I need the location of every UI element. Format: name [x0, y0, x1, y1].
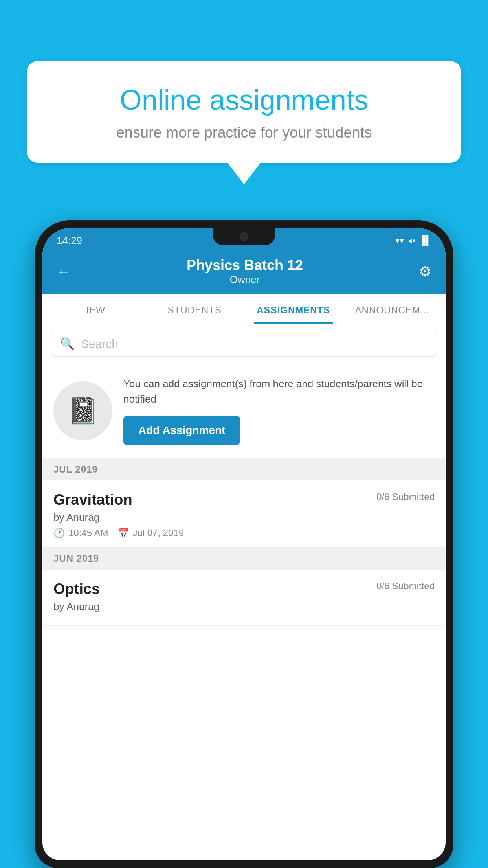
tab-iew[interactable]: IEW	[46, 294, 145, 324]
assignment-gravitation-meta: 🕐 10:45 AM 📅 Jul 07, 2019	[53, 528, 435, 539]
promo-description: You can add assignment(s) from here and …	[123, 376, 435, 407]
signal-icon: ◂▪	[408, 235, 415, 246]
add-assignment-button[interactable]: Add Assignment	[123, 416, 240, 445]
promo-card: 📓 You can add assignment(s) from here an…	[42, 364, 446, 458]
assignment-gravitation[interactable]: Gravitation 0/6 Submitted by Anurag 🕐 10…	[42, 480, 446, 548]
assignment-optics-title: Optics	[53, 581, 100, 598]
wifi-icon: ▾▾	[395, 235, 404, 246]
assignment-gravitation-header: Gravitation 0/6 Submitted	[53, 491, 435, 508]
phone-frame: 14:29 ▾▾ ◂▪ ▐▌ ← Physics Batch 12 Owner …	[35, 220, 453, 868]
app-header: ← Physics Batch 12 Owner ⚙	[42, 250, 446, 294]
status-icons: ▾▾ ◂▪ ▐▌	[395, 235, 431, 246]
tabs-bar: IEW STUDENTS ASSIGNMENTS ANNOUNCEM...	[42, 294, 446, 324]
gear-icon[interactable]: ⚙	[419, 263, 431, 280]
tab-assignments[interactable]: ASSIGNMENTS	[244, 294, 343, 324]
tab-students[interactable]: STUDENTS	[145, 294, 244, 324]
search-icon: 🔍	[60, 337, 75, 351]
search-container: 🔍 Search	[42, 324, 446, 364]
assignment-gravitation-submitted: 0/6 Submitted	[376, 491, 435, 502]
speech-bubble: Online assignments ensure more practice …	[27, 61, 461, 163]
assignment-optics-header: Optics 0/6 Submitted	[53, 581, 435, 598]
assignment-optics-submitted: 0/6 Submitted	[376, 581, 435, 592]
header-title: Physics Batch 12	[187, 257, 303, 274]
calendar-icon: 📅	[117, 528, 129, 539]
assignment-icon-circle: 📓	[53, 381, 112, 440]
notebook-icon: 📓	[67, 396, 99, 426]
header-title-block: Physics Batch 12 Owner	[187, 257, 303, 286]
speech-bubble-wrapper: Online assignments ensure more practice …	[27, 61, 461, 184]
assignment-gravitation-date: 📅 Jul 07, 2019	[117, 528, 184, 539]
assignment-gravitation-title: Gravitation	[53, 491, 132, 508]
speech-bubble-subtitle: ensure more practice for your students	[54, 124, 434, 141]
clock-icon: 🕐	[53, 528, 65, 539]
assignment-optics-author: by Anurag	[53, 601, 435, 613]
phone-notch	[213, 228, 275, 245]
section-jun-2019: JUN 2019	[42, 548, 446, 570]
phone-screen: 14:29 ▾▾ ◂▪ ▐▌ ← Physics Batch 12 Owner …	[42, 228, 446, 860]
battery-icon: ▐▌	[419, 235, 431, 246]
back-arrow-icon[interactable]: ←	[57, 263, 71, 280]
camera-dot	[240, 232, 248, 241]
header-subtitle: Owner	[187, 274, 303, 286]
section-jul-2019: JUL 2019	[42, 458, 446, 480]
tab-announcements[interactable]: ANNOUNCEM...	[343, 294, 442, 324]
status-time: 14:29	[57, 235, 82, 247]
search-input[interactable]: Search	[81, 337, 118, 351]
speech-bubble-arrow	[227, 163, 261, 184]
promo-text-block: You can add assignment(s) from here and …	[123, 376, 435, 445]
assignment-optics[interactable]: Optics 0/6 Submitted by Anurag	[42, 570, 446, 626]
search-bar[interactable]: 🔍 Search	[51, 331, 437, 357]
speech-bubble-title: Online assignments	[54, 85, 434, 116]
assignment-gravitation-time: 🕐 10:45 AM	[53, 528, 108, 539]
assignment-gravitation-author: by Anurag	[53, 511, 435, 524]
